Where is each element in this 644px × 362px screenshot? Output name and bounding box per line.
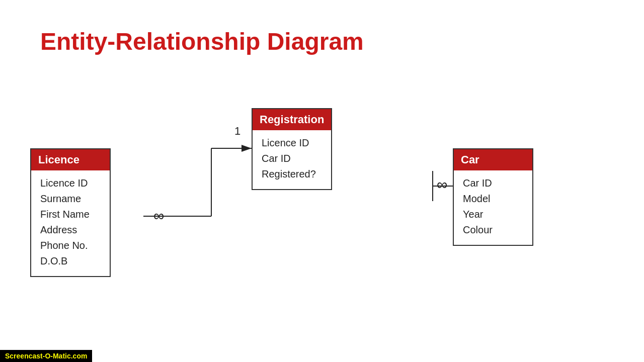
registration-cardinality: 1 (234, 125, 240, 138)
licence-entity-body: Licence ID Surname First Name Address Ph… (31, 170, 110, 276)
car-entity: Car Car ID Model Year Colour (453, 148, 533, 246)
licence-field-5: D.O.B (40, 253, 101, 269)
car-field-3: Colour (463, 222, 523, 238)
car-field-2: Year (463, 207, 523, 222)
registration-entity-body: Licence ID Car ID Registered? (253, 130, 331, 189)
car-entity-header: Car (454, 149, 532, 170)
licence-field-3: Address (40, 222, 101, 238)
registration-entity-header: Registration (253, 109, 331, 130)
registration-field-2: Registered? (262, 166, 322, 182)
car-entity-body: Car ID Model Year Colour (454, 170, 532, 245)
registration-field-1: Car ID (262, 151, 322, 166)
licence-field-4: Phone No. (40, 238, 101, 253)
licence-cardinality: ∞ (153, 207, 164, 224)
registration-entity: Registration Licence ID Car ID Registere… (252, 108, 332, 190)
licence-entity: Licence Licence ID Surname First Name Ad… (30, 148, 111, 277)
page-title: Entity-Relationship Diagram (40, 28, 364, 55)
car-field-0: Car ID (463, 175, 523, 191)
watermark: Screencast-O-Matic.com (0, 350, 92, 362)
car-cardinality: ∞ (437, 176, 447, 193)
registration-field-0: Licence ID (262, 135, 322, 151)
licence-field-2: First Name (40, 207, 101, 222)
licence-entity-header: Licence (31, 149, 110, 170)
licence-field-0: Licence ID (40, 175, 101, 191)
car-field-1: Model (463, 191, 523, 207)
licence-field-1: Surname (40, 191, 101, 207)
